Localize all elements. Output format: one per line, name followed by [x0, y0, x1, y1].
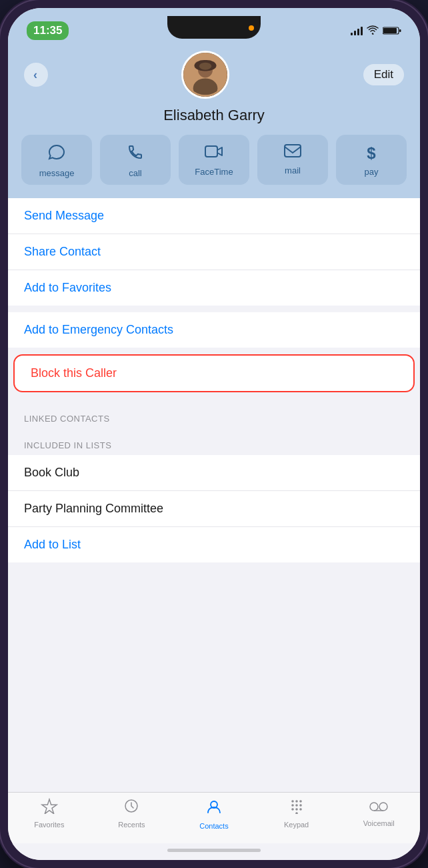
- party-planning-item[interactable]: Party Planning Committee: [8, 491, 420, 527]
- edit-button[interactable]: Edit: [363, 64, 404, 85]
- tab-voicemail[interactable]: Voicemail: [359, 798, 399, 830]
- wifi-icon: [367, 25, 379, 37]
- svg-point-25: [379, 803, 387, 811]
- call-icon: [127, 144, 143, 164]
- party-planning-label: Party Planning Committee: [24, 502, 163, 515]
- signal-bar-3: [357, 29, 359, 35]
- contact-name: Elisabeth Garry: [163, 107, 265, 123]
- svg-point-24: [370, 803, 378, 811]
- svg-rect-2: [383, 28, 397, 33]
- bottom-spacer: [8, 569, 420, 589]
- notch: [167, 16, 261, 39]
- home-bar: [167, 849, 261, 852]
- menu-section-top: Send Message Share Contact Add to Favori…: [8, 198, 420, 306]
- pay-icon: $: [367, 144, 375, 163]
- menu-section-emergency: Add to Emergency Contacts: [8, 312, 420, 348]
- voicemail-tab-label: Voicemail: [363, 819, 395, 827]
- included-in-lists-label: INCLUDED IN LISTS: [24, 440, 111, 450]
- message-icon: [48, 144, 65, 164]
- phone-frame: 11:35: [0, 0, 428, 868]
- recents-icon: [123, 798, 139, 818]
- action-buttons-row: message call FaceTime: [8, 135, 420, 198]
- tab-bar: Favorites Recents Contac: [8, 792, 420, 843]
- svg-point-22: [299, 808, 302, 811]
- svg-point-19: [299, 804, 302, 807]
- menu-section-block: Block this Caller: [8, 354, 420, 392]
- status-icons: [351, 25, 401, 37]
- send-message-label: Send Message: [24, 209, 104, 222]
- svg-rect-3: [399, 29, 401, 32]
- avatar-section: [181, 51, 229, 99]
- signal-bar-4: [361, 27, 363, 35]
- facetime-action-button[interactable]: FaceTime: [179, 135, 249, 185]
- back-button[interactable]: ‹: [24, 63, 48, 87]
- facetime-icon: [205, 144, 223, 163]
- add-emergency-item[interactable]: Add to Emergency Contacts: [8, 312, 420, 348]
- svg-rect-11: [285, 145, 301, 157]
- keypad-icon: [289, 798, 305, 818]
- add-to-list-item[interactable]: Add to List: [8, 527, 420, 562]
- call-action-label: call: [129, 168, 142, 178]
- linked-contacts-label: LINKED CONTACTS: [24, 414, 110, 424]
- tab-keypad[interactable]: Keypad: [277, 798, 317, 830]
- book-club-item[interactable]: Book Club: [8, 455, 420, 491]
- svg-rect-10: [205, 146, 217, 157]
- favorites-tab-label: Favorites: [34, 821, 64, 829]
- message-action-button[interactable]: message: [21, 135, 92, 185]
- tab-recents[interactable]: Recents: [111, 798, 151, 830]
- contacts-icon: [205, 798, 223, 819]
- signal-bar-2: [354, 31, 356, 35]
- phone-screen: 11:35: [8, 8, 420, 860]
- mail-icon: [284, 144, 301, 161]
- tab-favorites[interactable]: Favorites: [29, 798, 69, 830]
- call-action-button[interactable]: call: [100, 135, 171, 185]
- header-nav: ‹: [24, 51, 404, 99]
- contact-header: ‹: [8, 44, 420, 135]
- lists-section: Book Club Party Planning Committee Add t…: [8, 455, 420, 562]
- svg-point-16: [299, 800, 302, 803]
- svg-point-18: [295, 804, 298, 807]
- message-action-label: message: [39, 168, 75, 178]
- mail-action-label: mail: [285, 165, 301, 175]
- add-favorites-item[interactable]: Add to Favorites: [8, 270, 420, 306]
- block-caller-item[interactable]: Block this Caller: [13, 354, 415, 392]
- status-time: 11:35: [27, 21, 69, 40]
- tab-contacts[interactable]: Contacts: [194, 798, 234, 830]
- favorites-icon: [41, 798, 58, 818]
- send-message-item[interactable]: Send Message: [8, 198, 420, 234]
- block-caller-label: Block this Caller: [31, 366, 117, 380]
- add-emergency-label: Add to Emergency Contacts: [24, 323, 173, 336]
- facetime-action-label: FaceTime: [195, 167, 233, 177]
- avatar-image: [183, 53, 227, 97]
- contacts-tab-label: Contacts: [199, 822, 228, 830]
- pay-action-label: pay: [365, 167, 379, 177]
- voicemail-icon: [369, 798, 388, 817]
- keypad-tab-label: Keypad: [284, 821, 309, 829]
- share-contact-item[interactable]: Share Contact: [8, 234, 420, 270]
- orange-indicator: [249, 25, 254, 31]
- svg-point-14: [291, 800, 294, 803]
- mail-action-button[interactable]: mail: [257, 135, 328, 185]
- battery-icon: [383, 26, 401, 35]
- pay-action-button[interactable]: $ pay: [336, 135, 407, 185]
- book-club-label: Book Club: [24, 466, 79, 479]
- back-chevron-icon: ‹: [33, 68, 37, 82]
- svg-point-21: [295, 808, 298, 811]
- scroll-content[interactable]: Send Message Share Contact Add to Favori…: [8, 198, 420, 792]
- svg-point-9: [199, 63, 211, 70]
- add-favorites-label: Add to Favorites: [24, 281, 111, 294]
- svg-point-15: [295, 800, 298, 803]
- included-in-lists-header: INCLUDED IN LISTS: [8, 428, 420, 455]
- svg-point-23: [295, 812, 298, 814]
- avatar: [181, 51, 229, 99]
- svg-point-20: [291, 808, 294, 811]
- linked-contacts-header: LINKED CONTACTS: [8, 399, 420, 428]
- recents-tab-label: Recents: [118, 821, 145, 829]
- share-contact-label: Share Contact: [24, 245, 101, 258]
- home-indicator-area: [8, 843, 420, 860]
- add-to-list-label: Add to List: [24, 538, 81, 551]
- svg-point-17: [291, 804, 294, 807]
- svg-point-0: [372, 33, 373, 34]
- signal-bar-1: [351, 33, 353, 35]
- signal-bars: [351, 26, 363, 35]
